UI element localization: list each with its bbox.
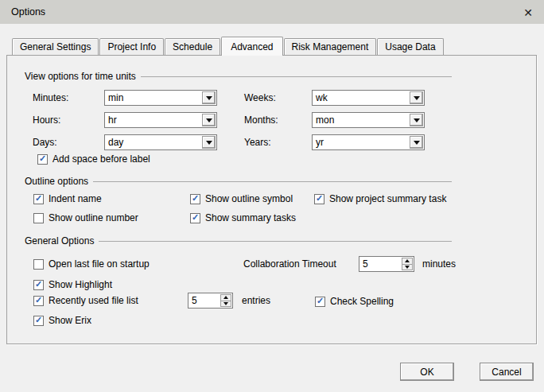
spin-down-icon xyxy=(223,302,228,305)
window-title: Options xyxy=(11,6,45,17)
recently-used-file-list-checkbox[interactable]: ✓ Recently used file list xyxy=(33,295,138,306)
minutes-dropdown[interactable]: min xyxy=(104,90,217,106)
checkbox-label: Recently used file list xyxy=(49,295,138,306)
spin-down-button[interactable] xyxy=(220,301,231,308)
weeks-dropdown[interactable]: wk xyxy=(312,90,425,106)
tab-advanced[interactable]: Advanced xyxy=(221,37,282,56)
spin-up-icon xyxy=(223,296,228,299)
checkbox[interactable] xyxy=(33,259,44,270)
chevron-down-icon xyxy=(414,96,420,100)
check-icon: ✓ xyxy=(317,297,324,305)
minutes-label: Minutes: xyxy=(33,90,68,106)
chevron-down-icon xyxy=(206,141,212,145)
tab-label: Risk Management xyxy=(292,41,369,52)
tab-label: Usage Data xyxy=(385,41,435,52)
months-label: Months: xyxy=(244,112,278,128)
dropdown-button[interactable] xyxy=(202,91,216,104)
checkbox[interactable]: ✓ xyxy=(33,316,44,326)
tab-risk-management[interactable]: Risk Management xyxy=(284,38,377,55)
check-icon: ✓ xyxy=(35,316,42,324)
checkbox[interactable]: ✓ xyxy=(33,296,44,306)
spin-down-icon xyxy=(405,266,410,269)
checkbox-label: Open last file on startup xyxy=(49,258,150,270)
checkbox[interactable]: ✓ xyxy=(314,194,324,204)
hours-dropdown[interactable]: hr xyxy=(104,112,217,128)
tab-panel: View options for time units Minutes: min… xyxy=(6,55,537,344)
spin-up-icon xyxy=(405,259,410,262)
group-title-general: General Options xyxy=(25,235,452,246)
tab-schedule[interactable]: Schedule xyxy=(165,38,220,55)
show-project-summary-task-checkbox[interactable]: ✓ Show project summary task xyxy=(314,193,446,204)
show-summary-tasks-checkbox[interactable]: ✓ Show summary tasks xyxy=(190,212,296,223)
cancel-button[interactable]: Cancel xyxy=(480,363,534,381)
years-dropdown[interactable]: yr xyxy=(312,134,425,150)
dropdown-button[interactable] xyxy=(202,136,216,149)
group-label: General Options xyxy=(25,235,94,246)
ok-button-label: OK xyxy=(420,367,433,378)
check-spelling-checkbox[interactable]: ✓ Check Spelling xyxy=(315,296,394,307)
close-icon: ✕ xyxy=(523,6,533,19)
group-divider xyxy=(99,241,452,242)
checkbox[interactable]: ✓ xyxy=(37,154,48,165)
spin-buttons xyxy=(220,294,231,307)
check-icon: ✓ xyxy=(192,194,199,203)
dropdown-button[interactable] xyxy=(202,114,216,126)
checkbox-label: Show outline symbol xyxy=(205,193,293,204)
group-divider xyxy=(141,76,452,77)
add-space-checkbox[interactable]: ✓ Add space before label xyxy=(37,153,150,165)
indent-name-checkbox[interactable]: ✓ Indent name xyxy=(33,193,102,204)
group-title-time-units: View options for time units xyxy=(25,71,452,82)
tab-usage-data[interactable]: Usage Data xyxy=(377,38,443,55)
checkbox-label: Show outline number xyxy=(49,212,138,223)
spin-buttons xyxy=(402,258,413,270)
spin-down-button[interactable] xyxy=(402,264,413,271)
collaboration-timeout-spinner[interactable] xyxy=(359,256,414,272)
check-icon: ✓ xyxy=(192,213,199,222)
checkbox[interactable]: ✓ xyxy=(315,297,325,307)
years-label: Years: xyxy=(244,134,271,150)
checkbox[interactable]: ✓ xyxy=(33,280,44,290)
days-dropdown[interactable]: day xyxy=(104,134,217,150)
show-erix-checkbox[interactable]: ✓ Show Erix xyxy=(33,315,91,326)
check-icon: ✓ xyxy=(35,280,42,289)
dropdown-button[interactable] xyxy=(410,136,423,149)
chevron-down-icon xyxy=(414,118,420,122)
dropdown-value: mon xyxy=(316,113,334,127)
tab-project-info[interactable]: Project Info xyxy=(99,38,164,55)
close-button[interactable]: ✕ xyxy=(520,5,536,21)
group-label: View options for time units xyxy=(25,71,136,82)
group-label: Outline options xyxy=(25,176,88,187)
hours-label: Hours: xyxy=(33,112,60,128)
checkbox-label: Add space before label xyxy=(52,153,150,165)
check-icon: ✓ xyxy=(35,194,42,203)
weeks-label: Weeks: xyxy=(244,90,276,106)
checkbox-label: Indent name xyxy=(49,193,102,204)
checkbox-label: Show project summary task xyxy=(329,193,446,204)
checkbox-label: Show Erix xyxy=(49,315,91,326)
checkbox[interactable]: ✓ xyxy=(190,194,200,204)
days-label: Days: xyxy=(33,134,57,150)
show-outline-symbol-checkbox[interactable]: ✓ Show outline symbol xyxy=(190,193,293,204)
recently-used-entries-spinner[interactable] xyxy=(188,293,233,309)
checkbox-label: Check Spelling xyxy=(330,296,394,307)
group-title-outline: Outline options xyxy=(25,176,452,187)
group-divider xyxy=(93,181,452,182)
checkbox[interactable] xyxy=(33,213,44,223)
dropdown-button[interactable] xyxy=(410,114,423,126)
show-outline-number-checkbox[interactable]: Show outline number xyxy=(33,212,138,223)
checkbox[interactable]: ✓ xyxy=(33,194,44,204)
tab-bar: General Settings Project Info Schedule A… xyxy=(12,35,445,56)
tab-label: Schedule xyxy=(173,41,212,52)
chevron-down-icon xyxy=(414,141,420,145)
tab-label: General Settings xyxy=(20,41,91,52)
ok-button[interactable]: OK xyxy=(400,363,454,381)
checkbox[interactable]: ✓ xyxy=(190,213,200,223)
open-last-file-checkbox[interactable]: Open last file on startup xyxy=(33,258,150,270)
months-dropdown[interactable]: mon xyxy=(312,112,425,128)
dropdown-button[interactable] xyxy=(410,91,423,104)
collaboration-timeout-label: Collaboration Timeout xyxy=(243,256,336,272)
tab-general-settings[interactable]: General Settings xyxy=(12,38,99,55)
checkbox-label: Show Highlight xyxy=(49,279,112,290)
show-highlight-checkbox[interactable]: ✓ Show Highlight xyxy=(33,279,112,290)
entries-suffix-label: entries xyxy=(242,293,270,309)
